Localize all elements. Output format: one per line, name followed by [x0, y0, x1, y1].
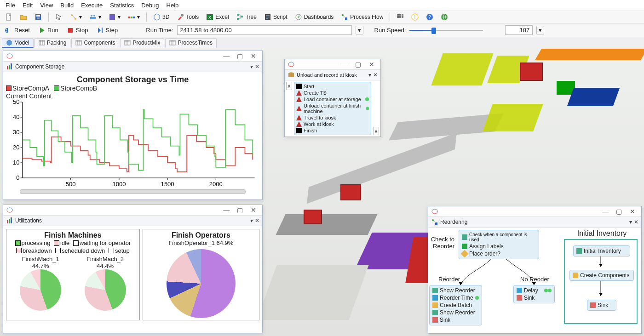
panel-dropdown-icon[interactable]: ▾: [629, 219, 632, 225]
svg-rect-40: [7, 66, 8, 69]
panel-close-icon[interactable]: ✕: [255, 63, 259, 70]
view-3d-button[interactable]: 3D: [151, 12, 172, 22]
panel-utilizations: — ▢ ✕ Utilizations ▾ ✕ Finish Machines p…: [3, 205, 263, 333]
runtime-field[interactable]: 2411.58 to 4800.00: [177, 25, 352, 35]
menu-statistics[interactable]: Statistics: [107, 1, 137, 10]
task-row[interactable]: Finish: [295, 127, 370, 134]
stop-button[interactable]: Stop: [64, 26, 91, 35]
excel-button[interactable]: XExcel: [204, 12, 231, 22]
task-row[interactable]: Unload container at finish machine: [295, 103, 370, 114]
panel-task-list: — ▢ ✕ Unload and record at kiosk ▾ ✕ ∧ S…: [284, 59, 381, 137]
tree-button[interactable]: Tree: [234, 12, 259, 22]
pointer-tool[interactable]: [53, 12, 65, 22]
new-file-button[interactable]: [3, 12, 15, 22]
script-button[interactable]: Script: [262, 12, 290, 22]
runtime-label: Run Time:: [146, 27, 173, 34]
flow-right-box[interactable]: DelaySink: [513, 285, 555, 303]
flow-inv-3[interactable]: Sink: [587, 300, 616, 311]
reset-button[interactable]: Reset: [3, 26, 32, 35]
connect-tool[interactable]: ▾: [68, 12, 84, 22]
close-icon[interactable]: ✕: [627, 208, 638, 215]
task-row[interactable]: Create TS: [295, 90, 370, 96]
svg-text:0: 0: [16, 174, 19, 181]
menu-debug[interactable]: Debug: [138, 1, 161, 10]
tab-processtimes[interactable]: ProcessTimes: [165, 38, 217, 48]
open-file-button[interactable]: [17, 12, 29, 22]
pie-finishoperator: [167, 249, 236, 318]
color-tool[interactable]: ▾: [126, 12, 142, 22]
panel-dropdown-icon[interactable]: ▾: [250, 63, 253, 70]
flow-left-box[interactable]: Show ReorderReorder TimeCreate BatchShow…: [429, 285, 482, 325]
panel-dropdown-icon[interactable]: ▾: [250, 217, 253, 224]
globe-icon[interactable]: [438, 12, 450, 22]
task-row[interactable]: Work at kiosk: [295, 121, 370, 127]
svg-point-7: [93, 15, 95, 17]
task-row[interactable]: Load container at storage: [295, 96, 370, 103]
menu-view[interactable]: View: [37, 1, 56, 10]
tab-components[interactable]: Components: [71, 38, 119, 48]
initial-inventory-frame: Initial Inventory Create Components Sink: [564, 239, 638, 324]
svg-rect-10: [128, 17, 130, 18]
save-button[interactable]: [32, 12, 44, 22]
svg-rect-23: [397, 14, 399, 16]
run-button[interactable]: Run: [36, 26, 61, 35]
menu-execute[interactable]: Execute: [78, 1, 105, 10]
dashboards-button[interactable]: Dashboards: [293, 12, 336, 22]
panel-tab-label[interactable]: Component Storage: [15, 63, 64, 70]
scroll-up-icon[interactable]: ∧: [286, 82, 292, 90]
runspeed-field[interactable]: 187: [505, 25, 533, 35]
svg-rect-34: [68, 28, 73, 33]
panel-close-icon[interactable]: ✕: [373, 72, 378, 78]
runspeed-dropdown-icon[interactable]: ▾: [536, 26, 544, 34]
close-icon[interactable]: ✕: [366, 61, 378, 68]
package-icon: [288, 71, 295, 79]
minimize-icon[interactable]: —: [220, 52, 232, 60]
tab-productmix[interactable]: ProductMix: [120, 38, 164, 48]
minimize-icon[interactable]: —: [599, 208, 611, 215]
flow-inv-2[interactable]: Create Components: [569, 270, 634, 281]
panel-close-icon[interactable]: ✕: [634, 219, 638, 225]
menu-build[interactable]: Build: [58, 1, 76, 10]
maximize-icon[interactable]: ▢: [234, 206, 246, 214]
svg-text:X: X: [208, 15, 211, 20]
svg-point-13: [181, 14, 184, 17]
util-box2-title: Finish Operators: [145, 231, 257, 239]
help-icon[interactable]: ?: [424, 12, 436, 22]
scroll-down-icon[interactable]: ∨: [373, 127, 379, 135]
close-icon[interactable]: ✕: [247, 206, 259, 214]
chart-hscrollbar[interactable]: [20, 189, 246, 194]
flow-check-box[interactable]: Check when a component is used Assign La…: [459, 230, 539, 259]
menu-file[interactable]: File: [3, 1, 18, 10]
minimize-icon[interactable]: —: [220, 206, 232, 214]
maximize-icon[interactable]: ▢: [613, 208, 625, 215]
menu-edit[interactable]: Edit: [20, 1, 35, 10]
runtime-dropdown-icon[interactable]: ▾: [356, 26, 363, 34]
chart-title: Component Storage vs Time: [6, 75, 259, 85]
maximize-icon[interactable]: ▢: [234, 52, 246, 60]
step-button[interactable]: Step: [94, 26, 121, 35]
panel-dropdown-icon[interactable]: ▾: [368, 72, 371, 78]
menu-help[interactable]: Help: [164, 1, 182, 10]
people-tool[interactable]: ▾: [87, 12, 104, 22]
flow-inv-1[interactable]: Initial Inventory: [573, 245, 630, 256]
grid-icon[interactable]: [394, 12, 406, 22]
runspeed-slider[interactable]: [409, 27, 501, 34]
tools-button[interactable]: Tools: [174, 12, 201, 22]
shape-tool[interactable]: ▾: [106, 12, 123, 22]
initial-inventory-title: Initial Inventory: [566, 229, 638, 238]
chart-ylabel: Current Content: [6, 92, 259, 100]
task-row[interactable]: Travel to kiosk: [295, 114, 370, 121]
panel-close-icon[interactable]: ✕: [255, 217, 259, 224]
pie-finishmach1: [20, 269, 61, 311]
maximize-icon[interactable]: ▢: [352, 61, 364, 68]
panel-tab-label[interactable]: Reordering: [440, 219, 467, 225]
processflow-button[interactable]: Process Flow: [339, 12, 385, 22]
svg-rect-38: [125, 40, 130, 45]
close-icon[interactable]: ✕: [247, 52, 259, 60]
tab-packing[interactable]: Packing: [34, 38, 71, 48]
info-icon[interactable]: !: [409, 12, 421, 22]
tab-model[interactable]: Model: [2, 38, 34, 48]
panel-tab-label[interactable]: Utilizations: [15, 217, 42, 224]
minimize-icon[interactable]: —: [339, 61, 351, 68]
task-row[interactable]: Start: [295, 83, 370, 90]
